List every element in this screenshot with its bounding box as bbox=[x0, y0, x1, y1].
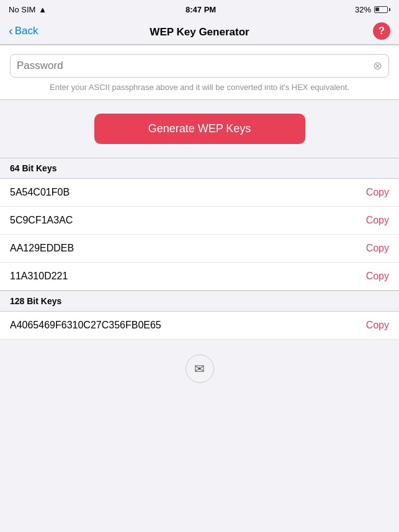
key-row: 5A54C01F0BCopy bbox=[0, 179, 399, 207]
clear-button[interactable]: ⊗ bbox=[373, 60, 382, 71]
copy-button[interactable]: Copy bbox=[366, 187, 389, 198]
password-input-container: ⊗ bbox=[10, 54, 389, 78]
copy-button[interactable]: Copy bbox=[366, 271, 389, 282]
generate-button[interactable]: Generate WEP Keys bbox=[94, 114, 305, 144]
generate-section: Generate WEP Keys bbox=[0, 100, 399, 158]
status-left: No SIM ▲ bbox=[9, 5, 47, 14]
chevron-left-icon: ‹ bbox=[9, 24, 13, 38]
key-value: 5A54C01F0B bbox=[10, 187, 69, 198]
back-button[interactable]: ‹ Back bbox=[9, 24, 38, 38]
carrier-label: No SIM bbox=[9, 5, 35, 14]
email-section: ✉ bbox=[0, 340, 399, 398]
battery-icon bbox=[374, 6, 390, 13]
copy-button[interactable]: Copy bbox=[366, 215, 389, 226]
key-row: 5C9CF1A3ACCopy bbox=[0, 207, 399, 235]
key-row: A4065469F6310C27C356FB0E65Copy bbox=[0, 312, 399, 340]
key-value: A4065469F6310C27C356FB0E65 bbox=[10, 320, 161, 331]
input-hint: Enter your ASCII passphrase above and it… bbox=[10, 83, 389, 92]
key-row: AA129EDDEBCopy bbox=[0, 235, 399, 263]
wifi-icon: ▲ bbox=[38, 5, 47, 14]
status-right: 32% bbox=[355, 5, 390, 14]
status-time: 8:47 PM bbox=[186, 5, 216, 14]
page-title: WEP Key Generator bbox=[150, 26, 249, 38]
section-header-64bit: 64 Bit Keys bbox=[0, 158, 399, 179]
input-section: ⊗ Enter your ASCII passphrase above and … bbox=[0, 45, 399, 100]
copy-button[interactable]: Copy bbox=[366, 243, 389, 254]
nav-bar: ‹ Back WEP Key Generator ? bbox=[0, 17, 399, 45]
battery-percent: 32% bbox=[355, 5, 371, 14]
section-header-128bit: 128 Bit Keys bbox=[0, 291, 399, 312]
key-value: 11A310D221 bbox=[10, 271, 68, 282]
key-value: AA129EDDEB bbox=[10, 243, 74, 254]
back-label: Back bbox=[15, 25, 38, 37]
password-input[interactable] bbox=[17, 60, 373, 72]
email-button[interactable]: ✉ bbox=[186, 354, 214, 383]
help-icon: ? bbox=[379, 25, 385, 37]
status-bar: No SIM ▲ 8:47 PM 32% bbox=[0, 0, 399, 17]
help-button[interactable]: ? bbox=[373, 22, 390, 40]
key-row: 11A310D221Copy bbox=[0, 263, 399, 291]
key-value: 5C9CF1A3AC bbox=[10, 215, 73, 226]
copy-button[interactable]: Copy bbox=[366, 320, 389, 331]
keys-section: 64 Bit Keys5A54C01F0BCopy5C9CF1A3ACCopyA… bbox=[0, 158, 399, 340]
email-icon: ✉ bbox=[194, 361, 205, 376]
